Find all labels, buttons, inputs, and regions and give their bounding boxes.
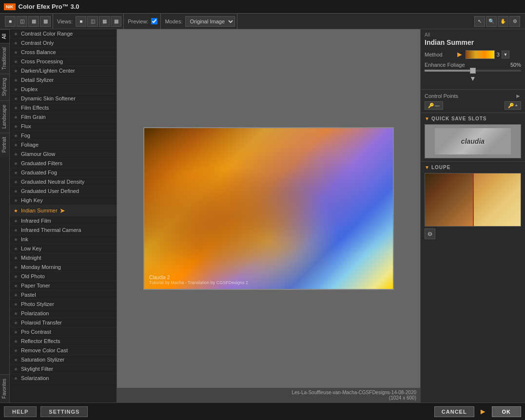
filter-item-label: Infrared Thermal Camera bbox=[21, 227, 81, 233]
view-icons-group: ■ ◫ ▦ ▩ bbox=[3, 14, 53, 29]
views-btn1[interactable]: ■ bbox=[76, 16, 86, 27]
settings-tool-btn[interactable]: ⚙ bbox=[509, 16, 520, 27]
filter-item[interactable]: ★Pastel bbox=[10, 290, 117, 300]
filter-item[interactable]: ★Skylight Filter bbox=[10, 364, 117, 374]
filter-item[interactable]: ★Reflector Effects bbox=[10, 337, 117, 346]
method-row: Method ► 3 ▼ bbox=[425, 50, 521, 59]
filter-item[interactable]: ★Remove Color Cast bbox=[10, 346, 117, 355]
ok-button[interactable]: OK bbox=[492, 406, 522, 417]
slider-down-arrow[interactable]: ▼ bbox=[469, 75, 476, 82]
filter-item[interactable]: ★Foliage bbox=[10, 140, 117, 150]
method-dropdown-btn[interactable]: ▼ bbox=[502, 51, 509, 58]
views-btn2[interactable]: ◫ bbox=[87, 16, 98, 27]
zoom-tool-btn[interactable]: 🔍 bbox=[486, 16, 497, 27]
bottom-arrow-icon: ► bbox=[479, 407, 487, 416]
filter-item[interactable]: ★Low Key bbox=[10, 244, 117, 253]
filter-item[interactable]: ★Film Grain bbox=[10, 113, 117, 122]
image-frame: Claudia 2 Tutorial by Macha - Translatio… bbox=[143, 127, 394, 290]
filter-item[interactable]: ★Darken/Lighten Center bbox=[10, 66, 117, 76]
filter-item[interactable]: ★Polarization bbox=[10, 309, 117, 318]
cp-add-btn[interactable]: 🔑 + bbox=[505, 101, 521, 110]
filter-star-icon: ★ bbox=[14, 283, 18, 288]
tab-landscape[interactable]: Landscape bbox=[0, 100, 9, 133]
tab-favorites[interactable]: Favorites bbox=[0, 374, 9, 402]
quick-save-arrow-icon: ▼ bbox=[425, 116, 429, 121]
filter-item[interactable]: ★Polaroid Transfer bbox=[10, 318, 117, 327]
preview-label: Preview: bbox=[128, 19, 148, 24]
filter-item[interactable]: ★Fog bbox=[10, 131, 117, 140]
filter-item-label: Reflector Effects bbox=[21, 338, 60, 344]
views-btn3[interactable]: ▦ bbox=[99, 16, 110, 27]
filter-star-icon: ★ bbox=[14, 105, 18, 111]
loupe-zoom-out-btn[interactable]: ⊖ bbox=[425, 229, 435, 239]
modes-label: Modes: bbox=[165, 19, 182, 24]
cp-remove-btn[interactable]: 🔑 — bbox=[425, 101, 443, 110]
filter-item-label: Ink bbox=[21, 236, 28, 242]
filter-item[interactable]: ★Midnight bbox=[10, 253, 117, 263]
filter-item[interactable]: ★High Key bbox=[10, 196, 117, 205]
filter-item[interactable]: ★Graduated User Defined bbox=[10, 187, 117, 196]
filter-item-label: Monday Morning bbox=[21, 264, 61, 270]
cancel-button[interactable]: CANCEL bbox=[434, 406, 474, 417]
filter-item-label: Midnight bbox=[21, 255, 41, 261]
filter-item[interactable]: ★Flux bbox=[10, 122, 117, 131]
filter-item[interactable]: ★Detail Stylizer bbox=[10, 76, 117, 85]
image-dimensions: (1024 x 600) bbox=[389, 395, 416, 401]
pan-tool-btn[interactable]: ✋ bbox=[498, 16, 508, 27]
filter-item[interactable]: ★Contrast Color Range bbox=[10, 29, 117, 38]
filter-item-label: Pastel bbox=[21, 292, 36, 298]
filter-star-icon: ★ bbox=[14, 198, 18, 203]
filter-item[interactable]: ★Glamour Glow bbox=[10, 150, 117, 159]
quick-save-preview[interactable]: claudia bbox=[425, 124, 521, 158]
filter-star-icon: ★ bbox=[14, 87, 18, 92]
filter-star-icon: ★ bbox=[14, 255, 18, 261]
method-arrow-icon[interactable]: ► bbox=[456, 50, 464, 59]
modes-dropdown[interactable]: Original Image bbox=[185, 16, 235, 27]
filter-star-icon: ★ bbox=[14, 133, 18, 138]
filter-item[interactable]: ★Solarization bbox=[10, 374, 117, 383]
filter-item[interactable]: ★Graduated Neutral Density bbox=[10, 177, 117, 187]
image-filename: Les-La-Souffleuse-van-Macha-CGSFDesigns-… bbox=[292, 390, 417, 395]
tab-traditional[interactable]: Traditional bbox=[0, 43, 9, 74]
preview-group: Preview: bbox=[126, 14, 161, 29]
preview-checkbox[interactable] bbox=[151, 18, 157, 24]
pointer-tool-btn[interactable]: ↖ bbox=[474, 16, 485, 27]
views-btn4[interactable]: ▩ bbox=[111, 16, 121, 27]
filter-item[interactable]: ★Graduated Filters bbox=[10, 159, 117, 168]
filter-item[interactable]: ★Saturation Stylizer bbox=[10, 355, 117, 364]
filter-item[interactable]: ★Infrared Film bbox=[10, 216, 117, 226]
filter-item[interactable]: ★Old Photo bbox=[10, 272, 117, 281]
filter-item[interactable]: ★Contrast Only bbox=[10, 38, 117, 48]
help-button[interactable]: HELP bbox=[4, 406, 37, 417]
filter-item-label: Graduated Neutral Density bbox=[21, 179, 84, 185]
filter-item[interactable]: ★Monday Morning bbox=[10, 263, 117, 272]
control-points-expand-btn[interactable]: ► bbox=[515, 93, 521, 99]
view-single-btn[interactable]: ■ bbox=[5, 16, 16, 27]
filter-item[interactable]: ★Cross Processing bbox=[10, 57, 117, 66]
filter-item[interactable]: ★Duplex bbox=[10, 85, 117, 94]
tab-portrait[interactable]: Portrait bbox=[0, 133, 9, 156]
view-compare-btn1[interactable]: ▦ bbox=[28, 16, 39, 27]
filter-item[interactable]: ★Film Effects bbox=[10, 103, 117, 113]
filter-item-label: Skylight Filter bbox=[21, 366, 53, 372]
filter-item[interactable]: ★Graduated Fog bbox=[10, 168, 117, 177]
filter-item[interactable]: ★Indian Summer➤ bbox=[10, 205, 117, 216]
cp-add-key-icon: 🔑 bbox=[508, 103, 514, 108]
filter-item[interactable]: ★Cross Balance bbox=[10, 48, 117, 57]
filter-item[interactable]: ★Infrared Thermal Camera bbox=[10, 226, 117, 235]
filter-item[interactable]: ★Dynamic Skin Softener bbox=[10, 94, 117, 103]
tab-stylizing[interactable]: Stylizing bbox=[0, 74, 9, 100]
filter-item[interactable]: ★Ink bbox=[10, 235, 117, 244]
view-split-btn[interactable]: ◫ bbox=[17, 16, 27, 27]
tab-all[interactable]: All bbox=[0, 29, 9, 43]
filter-item[interactable]: ★Paper Toner bbox=[10, 281, 117, 290]
filter-item-label: Graduated User Defined bbox=[21, 188, 79, 194]
method-preview-swatch bbox=[466, 50, 495, 59]
view-compare-btn2[interactable]: ▩ bbox=[40, 16, 51, 27]
filter-star-icon: ★ bbox=[14, 59, 18, 64]
filter-item[interactable]: ★Pro Contrast bbox=[10, 327, 117, 337]
filter-item-label: Graduated Fog bbox=[21, 170, 57, 175]
enhance-foliage-slider-track[interactable]: ▼ bbox=[425, 70, 521, 82]
filter-item[interactable]: ★Photo Stylizer bbox=[10, 300, 117, 309]
settings-button[interactable]: SETTINGS bbox=[40, 406, 88, 417]
